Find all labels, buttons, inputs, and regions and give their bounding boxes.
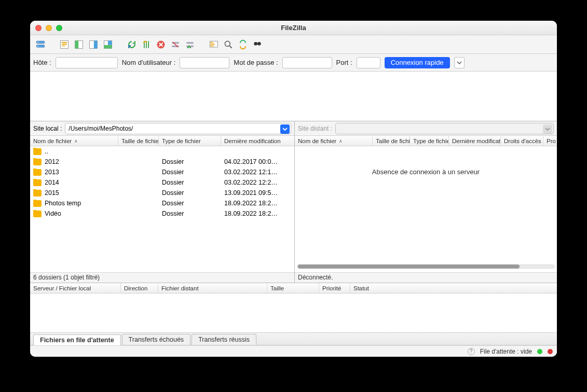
local-statusbar: 6 dossiers (1 objet filtré) [30, 272, 294, 283]
tab-successful[interactable]: Transferts réussis [192, 334, 256, 345]
list-item[interactable]: 2013Dossier03.02.2022 12:1… [30, 167, 294, 177]
col-size[interactable]: Taille [267, 283, 319, 293]
tab-queued[interactable]: Fichiers en file d'attente [33, 334, 121, 345]
tab-failed[interactable]: Transferts échoués [122, 334, 191, 345]
status-led-red [548, 349, 553, 354]
pass-input[interactable] [282, 57, 332, 68]
transfer-queue: Serveur / Fichier local Direction Fichie… [30, 283, 557, 333]
col-owner[interactable]: Pro [543, 136, 557, 146]
queue-status-text: File d'attente : vide [480, 348, 532, 355]
svg-rect-23 [210, 45, 214, 46]
help-icon[interactable]: ? [468, 348, 475, 355]
port-label: Port : [336, 59, 352, 66]
folder-icon [33, 179, 42, 186]
local-site-label: Site local : [33, 125, 62, 132]
svg-rect-21 [210, 42, 213, 43]
svg-point-24 [225, 41, 230, 46]
close-icon[interactable] [35, 25, 42, 31]
folder-icon [33, 190, 42, 197]
queue-list[interactable] [30, 293, 557, 332]
col-server-localfile[interactable]: Serveur / Fichier local [30, 283, 121, 293]
list-item[interactable]: 2014Dossier03.02.2022 12:2… [30, 177, 294, 188]
folder-icon [33, 211, 42, 217]
local-path-value: /Users/moi/MesPhotos/ [69, 125, 133, 132]
remote-file-list[interactable]: Absence de connexion à un serveur [295, 146, 557, 272]
folder-icon [33, 148, 42, 155]
refresh-icon[interactable] [126, 38, 138, 51]
toolbar [30, 35, 557, 54]
svg-rect-18 [186, 42, 193, 44]
svg-rect-11 [94, 40, 98, 48]
col-remotefile[interactable]: Fichier distant [158, 283, 267, 293]
cancel-icon[interactable] [155, 38, 167, 51]
list-item[interactable]: 2015Dossier13.09.2021 09:5… [30, 188, 294, 198]
folder-icon [33, 159, 42, 165]
folder-icon [33, 200, 42, 207]
horizontal-scrollbar[interactable] [297, 263, 555, 270]
message-log[interactable] [30, 72, 557, 121]
titlebar: FileZilla [30, 21, 557, 35]
host-label: Hôte : [33, 59, 51, 66]
host-input[interactable] [56, 57, 118, 68]
svg-rect-13 [104, 45, 112, 48]
quickconnect-history-dropdown[interactable] [454, 57, 465, 68]
remote-empty-message: Absence de connexion à un serveur [295, 168, 557, 176]
remote-site-label: Site distant : [298, 125, 332, 132]
toggle-log-icon[interactable] [58, 38, 71, 51]
col-modified[interactable]: Dernière modificat [449, 136, 501, 146]
col-status[interactable]: Statut [350, 283, 557, 293]
queue-tabs: Fichiers en file d'attente Transferts éc… [30, 333, 557, 345]
col-type[interactable]: Type de fichier [159, 136, 221, 146]
col-size[interactable]: Taille de fichi [373, 136, 410, 146]
local-pane: Site local : /Users/moi/MesPhotos/ Nom d… [30, 121, 295, 283]
local-file-list[interactable]: ..2012Dossier04.02.2017 00:0…2013Dossier… [30, 146, 294, 272]
col-permissions[interactable]: Droits d'accès [501, 136, 543, 146]
svg-point-3 [37, 46, 38, 47]
toggle-remote-tree-icon[interactable] [87, 38, 100, 51]
svg-rect-14 [108, 40, 112, 45]
svg-point-2 [37, 41, 38, 43]
list-item[interactable]: .. [30, 146, 294, 157]
col-modified[interactable]: Dernière modification [221, 136, 294, 146]
col-type[interactable]: Type de fichier [410, 136, 449, 146]
reconnect-icon[interactable] [184, 38, 196, 51]
pass-label: Mot de passe : [234, 59, 278, 66]
minimize-icon[interactable] [46, 25, 52, 31]
svg-rect-9 [75, 40, 79, 48]
filezilla-window: FileZilla Hôte : Nom d'utilis [30, 21, 557, 357]
local-path-combo[interactable]: /Users/moi/MesPhotos/ [65, 123, 291, 134]
site-manager-icon[interactable] [34, 38, 47, 51]
window-title: FileZilla [30, 24, 557, 32]
process-queue-icon[interactable] [140, 38, 153, 51]
compare-icon[interactable] [222, 38, 235, 51]
remote-list-header[interactable]: Nom de fichier Taille de fichi Type de f… [295, 136, 557, 146]
filter-icon[interactable] [208, 38, 220, 51]
toggle-queue-icon[interactable] [102, 38, 114, 51]
search-remote-icon[interactable] [251, 38, 264, 51]
col-filename[interactable]: Nom de fichier [295, 136, 373, 146]
svg-line-25 [230, 46, 232, 48]
quickconnect-button[interactable]: Connexion rapide [385, 57, 450, 68]
folder-icon [33, 169, 42, 176]
list-item[interactable]: 2012Dossier04.02.2017 00:0… [30, 157, 294, 167]
user-label: Nom d'utilisateur : [122, 59, 176, 66]
col-size[interactable]: Taille de fichier [118, 136, 159, 146]
bottom-statusbar: ? File d'attente : vide [30, 345, 557, 357]
local-list-header[interactable]: Nom de fichier Taille de fichier Type de… [30, 136, 294, 146]
sync-browse-icon[interactable] [237, 38, 249, 51]
col-filename[interactable]: Nom de fichier [30, 136, 118, 146]
disconnect-icon[interactable] [169, 38, 182, 51]
svg-rect-22 [210, 44, 214, 45]
user-input[interactable] [180, 57, 229, 68]
chevron-down-icon[interactable] [280, 124, 290, 134]
col-priority[interactable]: Priorité [319, 283, 350, 293]
list-item[interactable]: Photos tempDossier18.09.2022 18:2… [30, 198, 294, 208]
col-direction[interactable]: Direction [121, 283, 158, 293]
port-input[interactable] [357, 57, 380, 68]
list-item[interactable]: VidéoDossier18.09.2022 18:2… [30, 208, 294, 219]
chevron-down-icon [457, 60, 462, 65]
quickconnect-bar: Hôte : Nom d'utilisateur : Mot de passe … [30, 54, 557, 72]
toggle-local-tree-icon[interactable] [73, 38, 85, 51]
zoom-icon[interactable] [56, 25, 62, 31]
status-led-green [537, 349, 542, 354]
